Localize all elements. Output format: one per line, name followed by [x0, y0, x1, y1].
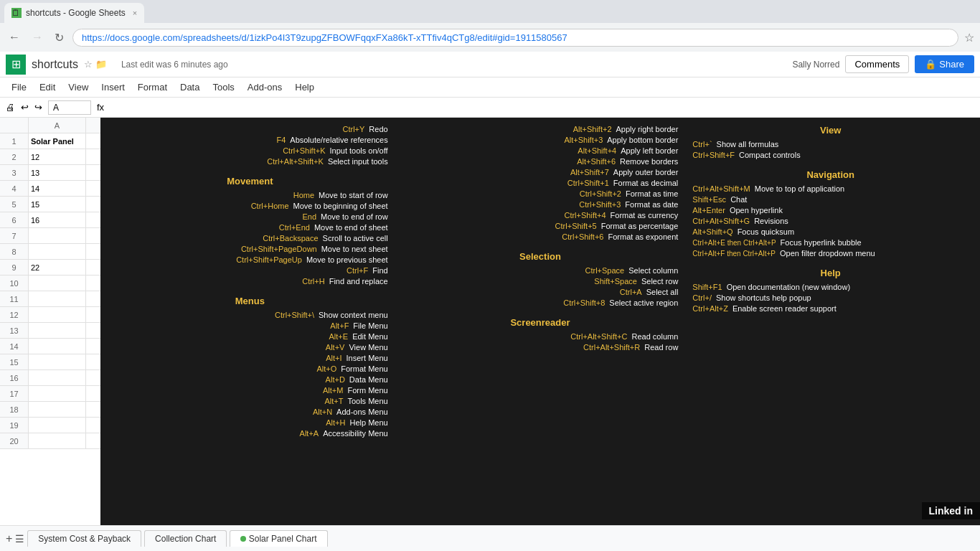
bookmark-icon[interactable]: ☆	[964, 31, 974, 44]
shortcut-row: Shift+F1 Open documentation (new window)	[692, 283, 969, 291]
address-input[interactable]	[72, 29, 958, 47]
table-row: 13	[0, 323, 104, 339]
row-number: 14	[0, 339, 29, 354]
shortcut-row: Ctrl+Shift+\ Show context menu	[112, 311, 388, 319]
section-title-movement: Movement	[112, 176, 388, 187]
last-edit-text: Last edit was 6 minutes ago	[121, 60, 228, 70]
back-button[interactable]: ←	[6, 29, 23, 45]
cell[interactable]	[29, 433, 86, 448]
cell[interactable]	[29, 244, 86, 259]
row-number: 6	[0, 212, 29, 227]
forward-button[interactable]: →	[29, 29, 46, 45]
sheet-tab-solar-panel-chart[interactable]: Solar Panel Chart	[230, 530, 327, 547]
star-icon[interactable]: ☆	[84, 59, 93, 70]
cell[interactable]: Solar Panel Size (sq ft) panel)	[29, 133, 86, 149]
cell[interactable]	[29, 323, 86, 338]
cell[interactable]	[29, 354, 86, 369]
shortcut-description: Focus hyperlink bubble	[781, 238, 862, 247]
cell[interactable]: 14	[29, 181, 86, 196]
menu-help[interactable]: Help	[289, 80, 320, 95]
shortcut-description: Show shortcuts help popup	[716, 293, 811, 302]
table-row: 14	[0, 339, 104, 354]
shortcut-description: Move to previous sheet	[306, 255, 388, 264]
shortcut-keys: Ctrl+F	[347, 266, 368, 275]
cell[interactable]	[29, 307, 86, 322]
shortcuts-column-1: Ctrl+Y Redo F4 Absolute/relative referen…	[112, 125, 388, 541]
shortcut-description: Show context menu	[319, 311, 388, 319]
shortcut-description: Focus quicksum	[738, 227, 794, 236]
cell[interactable]: 15	[29, 197, 86, 212]
cell[interactable]: 13	[29, 165, 86, 180]
print-icon[interactable]: 🖨	[6, 102, 15, 113]
cell[interactable]	[29, 370, 86, 385]
menu-edit[interactable]: Edit	[34, 80, 61, 95]
shortcut-keys: Ctrl+Home	[251, 202, 289, 210]
menu-file[interactable]: File	[6, 80, 32, 95]
cell[interactable]	[29, 339, 86, 354]
sheet-menu-button[interactable]: ☰	[15, 533, 24, 545]
document-title[interactable]: shortcuts	[32, 58, 78, 71]
table-row: 1 Solar Panel Size (sq ft) panel)	[0, 133, 104, 149]
row-number-header	[0, 118, 29, 133]
shortcut-description: Move to beginning of sheet	[293, 202, 388, 210]
shortcut-row: Ctrl+Shift+2 Format as time	[402, 189, 679, 198]
redo-icon[interactable]: ↪	[34, 102, 42, 113]
menu-tools[interactable]: Tools	[207, 80, 240, 95]
shortcut-description: Format Menu	[341, 364, 387, 373]
shortcut-description: Tools Menu	[347, 397, 387, 405]
cell[interactable]	[29, 402, 86, 417]
cell[interactable]	[29, 386, 86, 401]
shortcut-row: Alt+D Data Menu	[112, 375, 388, 384]
undo-icon[interactable]: ↩	[21, 102, 29, 113]
shortcut-row: Ctrl+Home Move to beginning of sheet	[112, 202, 388, 210]
close-tab-button[interactable]: ×	[133, 9, 137, 17]
shortcut-keys: Ctrl+End	[279, 223, 310, 232]
cell[interactable]: 12	[29, 149, 86, 164]
cell[interactable]: 16	[29, 212, 86, 227]
cell[interactable]	[29, 418, 86, 433]
menu-addons[interactable]: Add-ons	[242, 80, 288, 95]
shortcut-row: Ctrl+Alt+Shift+R Read row	[402, 343, 679, 352]
column-headers: A	[0, 118, 104, 133]
sheet-tab-collection-chart[interactable]: Collection Chart	[144, 530, 227, 547]
sheet-tab-system-cost[interactable]: System Cost & Payback	[27, 530, 141, 547]
keyboard-shortcuts-overlay: Ctrl+Y Redo F4 Absolute/relative referen…	[100, 118, 980, 548]
shortcut-keys: Ctrl+Alt+Shift+M	[692, 184, 750, 193]
menu-format[interactable]: Format	[132, 80, 173, 95]
shortcut-keys: Alt+D	[326, 375, 345, 384]
shortcut-description: Select row	[641, 277, 678, 286]
menu-data[interactable]: Data	[174, 80, 205, 95]
comments-button[interactable]: Comments	[845, 55, 909, 73]
menu-view[interactable]: View	[62, 80, 94, 95]
shortcuts-section-selection: Selection Ctrl+Space Select column Shift…	[402, 251, 679, 307]
shortcut-description: Show all formulas	[717, 140, 779, 149]
tab-bar: 🗒 shortcuts - Google Sheets ×	[0, 0, 980, 23]
cell[interactable]	[29, 228, 86, 243]
fx-label: fx	[97, 102, 104, 113]
cell[interactable]: 22	[29, 260, 86, 275]
shortcut-keys: Ctrl+Shift+\	[275, 311, 314, 319]
table-row: 20	[0, 433, 104, 449]
table-row: 15	[0, 354, 104, 370]
table-row: 3 13	[0, 165, 104, 181]
reload-button[interactable]: ↻	[52, 29, 67, 46]
folder-icon[interactable]: 📁	[95, 59, 107, 70]
table-row: 7	[0, 228, 104, 244]
share-button[interactable]: 🔒 Share	[915, 55, 974, 73]
active-tab[interactable]: 🗒 shortcuts - Google Sheets ×	[4, 3, 144, 23]
row-number: 18	[0, 402, 29, 417]
menu-insert[interactable]: Insert	[95, 80, 131, 95]
section-title-screenreader: Screenreader	[402, 317, 679, 328]
cell[interactable]	[29, 276, 86, 291]
shortcuts-section-navigation: Navigation Ctrl+Alt+Shift+M Move to top …	[692, 169, 969, 258]
shortcut-description: Compact controls	[739, 151, 801, 159]
cell-reference-input[interactable]	[48, 100, 91, 115]
shortcut-row: Alt+I Insert Menu	[112, 354, 388, 362]
shortcut-keys: F4	[276, 136, 286, 144]
shortcut-description: Form Menu	[347, 386, 387, 395]
shortcut-description: Help Menu	[349, 418, 387, 427]
cell[interactable]	[29, 291, 86, 306]
add-sheet-button[interactable]: +	[6, 532, 12, 545]
shortcut-keys: Ctrl+Shift+6	[562, 232, 603, 241]
shortcut-description: Open hyperlink	[730, 206, 783, 215]
